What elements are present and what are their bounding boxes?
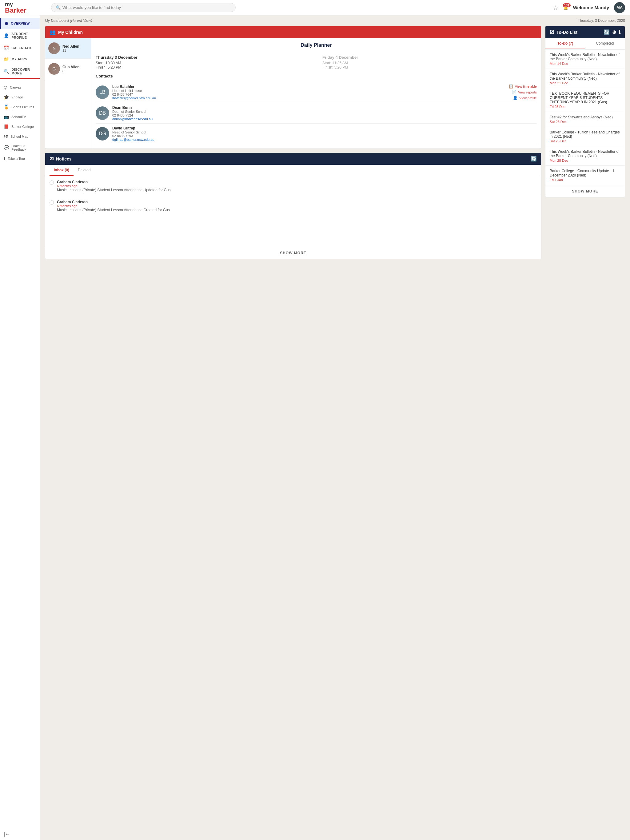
sidebar: ⊞ OVERVIEW 👤 STUDENT PROFILE 📅 CALENDAR … (0, 15, 40, 840)
todo-title: To-Do List (557, 30, 578, 35)
lee-batchler-email[interactable]: lbatchler@barker.nsw.edu.au (112, 96, 505, 100)
lee-batchler-name: Lee Batchler (112, 85, 505, 89)
sidebar-item-canvas[interactable]: ◎ Canvas (0, 82, 40, 92)
children-layout: N Ned Allen 11 G (45, 38, 541, 148)
todo-card: ☑ To-Do List 🔄 ⊕ ℹ To-Do (7) Completed (545, 26, 625, 197)
notice-content-2: Graham Clarkson 6 months ago Music Lesso… (57, 200, 170, 212)
todo-item-title-1: This Week's Barker Bulletin - Newsletter… (550, 52, 621, 61)
david-giltrap-email[interactable]: dgiltrap@barker.nsw.edu.au (112, 138, 537, 141)
planner-title: Daily Planner (96, 43, 537, 51)
view-profile-button[interactable]: 👤 View profile (513, 96, 537, 100)
canvas-icon: ◎ (4, 85, 7, 90)
star-icon[interactable]: ☆ (553, 4, 558, 11)
sidebar-item-engage[interactable]: 🎓 Engage (0, 92, 40, 102)
todo-item-date-5: Sat 26 Dec (550, 139, 621, 143)
notice-content-1: Graham Clarkson 6 months ago Music Lesso… (57, 180, 171, 192)
notice-row-1: Graham Clarkson 6 months ago Music Lesso… (45, 176, 541, 196)
sidebar-label-school-map: School Map (11, 135, 28, 138)
search-bar[interactable]: 🔍 (51, 3, 236, 12)
planner-today: Thursday 3 December Start: 10:30 AM Fini… (96, 55, 310, 69)
sidebar-label-leave-feedback: Leave us Feedback (11, 144, 36, 151)
notice-subject-1: Music Lessons (Private) Student Lesson A… (57, 188, 171, 192)
todo-show-more-button[interactable]: SHOW MORE (545, 185, 625, 197)
dean-bunn-email[interactable]: dbunn@barker.nsw.edu.au (112, 117, 537, 121)
notice-radio-1[interactable] (49, 180, 54, 185)
contact-david-giltrap: DG David Giltrap Head of Senior School 0… (96, 123, 537, 144)
notices-icon: ✉ (49, 156, 54, 162)
logo-area: my Barker (5, 2, 45, 14)
gus-info: Gus Allen 8 (62, 65, 80, 73)
todo-info-button[interactable]: ℹ (619, 29, 621, 35)
reports-icon: 📄 (511, 90, 516, 95)
sports-fixtures-icon: 🏅 (4, 104, 9, 109)
todo-item-title-5: Barker College - Tuition Fees and Charge… (550, 130, 621, 139)
sidebar-item-discover-more[interactable]: 🔍 DISCOVER MORE (0, 65, 40, 78)
sidebar-item-calendar[interactable]: 📅 CALENDAR (0, 43, 40, 54)
notices-tab-inbox[interactable]: Inbox (0) (49, 165, 73, 176)
todo-item-date-2: Mon 21 Dec (550, 81, 621, 85)
child-item-ned[interactable]: N Ned Allen 11 (45, 38, 91, 59)
welcome-text: Welcome Mandy (573, 5, 609, 10)
sidebar-item-schooltv[interactable]: 📺 SchoolTV (0, 112, 40, 122)
my-children-icon: 👥 (49, 29, 56, 35)
lee-batchler-phone: 02 8438 7647 (112, 93, 505, 96)
planner-tomorrow: Friday 4 December Start: 11:35 AM Finish… (322, 55, 537, 69)
sidebar-item-take-tour[interactable]: ℹ Take a Tour (0, 154, 40, 164)
take-tour-icon: ℹ (4, 156, 5, 161)
sidebar-main-nav: ⊞ OVERVIEW 👤 STUDENT PROFILE 📅 CALENDAR … (0, 18, 40, 79)
sidebar-label-sports-fixtures: Sports Fixtures (11, 105, 34, 109)
view-profile-label: View profile (519, 96, 537, 100)
view-timetable-label: View timetable (515, 85, 537, 88)
app-body: ⊞ OVERVIEW 👤 STUDENT PROFILE 📅 CALENDAR … (0, 15, 630, 840)
daily-planner: Daily Planner Thursday 3 December Start:… (91, 38, 541, 148)
contact-lee-batchler: LB Lee Batchler Head of Holt House 02 84… (96, 82, 537, 103)
sidebar-item-student-profile[interactable]: 👤 STUDENT PROFILE (0, 29, 40, 43)
my-children-card: 👥 My Children N Ned Allen (45, 26, 541, 149)
schooltv-icon: 📺 (4, 114, 9, 119)
contact-dean-bunn: DB Dean Bunn Dean of Senior School 02 84… (96, 103, 537, 123)
todo-tab-todo[interactable]: To-Do (7) (545, 38, 585, 49)
engage-icon: 🎓 (4, 95, 9, 99)
today-date: Thursday 3 December (96, 55, 310, 60)
sidebar-label-discover-more: DISCOVER MORE (11, 68, 36, 75)
sidebar-item-barker-college[interactable]: 📕 Barker College (0, 122, 40, 132)
dean-bunn-phone: 02 8438 7324 (112, 114, 537, 117)
logo[interactable]: my Barker (5, 2, 27, 14)
todo-item-6: This Week's Barker Bulletin - Newsletter… (545, 146, 625, 166)
main-content: My Dashboard (Parent View) Thursday, 3 D… (40, 15, 630, 840)
view-timetable-button[interactable]: 📋 View timetable (508, 84, 537, 88)
todo-add-button[interactable]: ⊕ (612, 29, 616, 35)
contacts-title: Contacts (96, 74, 537, 78)
notices-tab-deleted[interactable]: Deleted (73, 165, 95, 176)
sidebar-item-overview[interactable]: ⊞ OVERVIEW (0, 18, 40, 29)
todo-refresh-button[interactable]: 🔄 (603, 29, 610, 35)
todo-item-7: Barker College - Community Update - 1 De… (545, 166, 625, 185)
student-profile-icon: 👤 (4, 33, 9, 38)
sidebar-item-leave-feedback[interactable]: 💬 Leave us Feedback (0, 141, 40, 154)
sidebar-collapse-button[interactable]: |← (0, 828, 40, 840)
todo-item-date-3: Fri 25 Dec (550, 105, 621, 109)
profile-icon: 👤 (513, 96, 518, 100)
notices-show-more-button[interactable]: SHOW MORE (45, 247, 541, 259)
sidebar-item-my-apps[interactable]: 📁 MY APPS (0, 54, 40, 65)
child-item-gus[interactable]: G Gus Allen 8 (45, 59, 91, 79)
my-apps-icon: 📁 (4, 57, 9, 62)
avatar[interactable]: MA (614, 2, 625, 13)
bell-icon[interactable]: 🔔 131 (563, 5, 568, 10)
sidebar-label-calendar: CALENDAR (11, 46, 31, 50)
todo-tab-completed[interactable]: Completed (585, 38, 625, 49)
header-right: ☆ 🔔 131 Welcome Mandy MA (553, 2, 625, 13)
dashboard-columns: 👥 My Children N Ned Allen (45, 26, 625, 259)
search-input[interactable] (62, 5, 231, 10)
todo-item-3: TEXTBOOK REQUIREMENTS FOR CURRENT YEAR 8… (545, 88, 625, 112)
view-reports-button[interactable]: 📄 View reports (511, 90, 537, 95)
sidebar-item-sports-fixtures[interactable]: 🏅 Sports Fixtures (0, 102, 40, 112)
notification-badge: 131 (563, 3, 571, 7)
notice-radio-2[interactable] (49, 201, 54, 205)
notice-sender-2: Graham Clarkson (57, 200, 170, 204)
sidebar-label-my-apps: MY APPS (11, 57, 27, 61)
sidebar-item-school-map[interactable]: 🗺 School Map (0, 132, 40, 141)
todo-tabs: To-Do (7) Completed (545, 38, 625, 49)
children-list: N Ned Allen 11 G (45, 38, 91, 148)
notices-refresh-button[interactable]: 🔄 (531, 156, 537, 162)
